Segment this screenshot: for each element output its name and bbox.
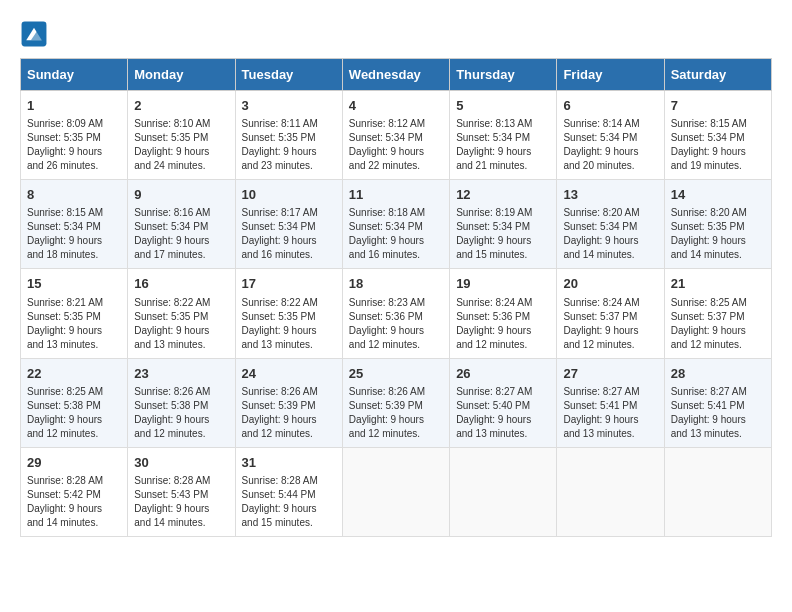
day-details: Sunrise: 8:22 AMSunset: 5:35 PMDaylight:…: [134, 296, 228, 352]
calendar-day-cell: [557, 447, 664, 536]
calendar-day-cell: 5 Sunrise: 8:13 AMSunset: 5:34 PMDayligh…: [450, 91, 557, 180]
day-details: Sunrise: 8:28 AMSunset: 5:44 PMDaylight:…: [242, 474, 336, 530]
calendar-day-cell: 31 Sunrise: 8:28 AMSunset: 5:44 PMDaylig…: [235, 447, 342, 536]
day-details: Sunrise: 8:28 AMSunset: 5:43 PMDaylight:…: [134, 474, 228, 530]
calendar-day-cell: 26 Sunrise: 8:27 AMSunset: 5:40 PMDaylig…: [450, 358, 557, 447]
day-details: Sunrise: 8:27 AMSunset: 5:40 PMDaylight:…: [456, 385, 550, 441]
logo: [20, 20, 52, 48]
day-number: 19: [456, 275, 550, 293]
logo-icon: [20, 20, 48, 48]
day-details: Sunrise: 8:26 AMSunset: 5:38 PMDaylight:…: [134, 385, 228, 441]
day-details: Sunrise: 8:28 AMSunset: 5:42 PMDaylight:…: [27, 474, 121, 530]
day-number: 24: [242, 365, 336, 383]
day-number: 22: [27, 365, 121, 383]
day-details: Sunrise: 8:19 AMSunset: 5:34 PMDaylight:…: [456, 206, 550, 262]
calendar-table: SundayMondayTuesdayWednesdayThursdayFrid…: [20, 58, 772, 537]
day-details: Sunrise: 8:25 AMSunset: 5:37 PMDaylight:…: [671, 296, 765, 352]
calendar-day-cell: 23 Sunrise: 8:26 AMSunset: 5:38 PMDaylig…: [128, 358, 235, 447]
day-number: 29: [27, 454, 121, 472]
day-number: 30: [134, 454, 228, 472]
calendar-day-cell: 25 Sunrise: 8:26 AMSunset: 5:39 PMDaylig…: [342, 358, 449, 447]
calendar-day-cell: 30 Sunrise: 8:28 AMSunset: 5:43 PMDaylig…: [128, 447, 235, 536]
calendar-day-cell: 11 Sunrise: 8:18 AMSunset: 5:34 PMDaylig…: [342, 180, 449, 269]
day-number: 27: [563, 365, 657, 383]
day-number: 26: [456, 365, 550, 383]
day-number: 11: [349, 186, 443, 204]
day-number: 12: [456, 186, 550, 204]
calendar-week-row: 22 Sunrise: 8:25 AMSunset: 5:38 PMDaylig…: [21, 358, 772, 447]
calendar-week-row: 15 Sunrise: 8:21 AMSunset: 5:35 PMDaylig…: [21, 269, 772, 358]
day-details: Sunrise: 8:22 AMSunset: 5:35 PMDaylight:…: [242, 296, 336, 352]
calendar-day-cell: 18 Sunrise: 8:23 AMSunset: 5:36 PMDaylig…: [342, 269, 449, 358]
day-details: Sunrise: 8:12 AMSunset: 5:34 PMDaylight:…: [349, 117, 443, 173]
calendar-day-cell: 2 Sunrise: 8:10 AMSunset: 5:35 PMDayligh…: [128, 91, 235, 180]
calendar-day-cell: 28 Sunrise: 8:27 AMSunset: 5:41 PMDaylig…: [664, 358, 771, 447]
calendar-week-row: 8 Sunrise: 8:15 AMSunset: 5:34 PMDayligh…: [21, 180, 772, 269]
day-details: Sunrise: 8:10 AMSunset: 5:35 PMDaylight:…: [134, 117, 228, 173]
day-details: Sunrise: 8:13 AMSunset: 5:34 PMDaylight:…: [456, 117, 550, 173]
day-details: Sunrise: 8:20 AMSunset: 5:34 PMDaylight:…: [563, 206, 657, 262]
day-details: Sunrise: 8:27 AMSunset: 5:41 PMDaylight:…: [671, 385, 765, 441]
day-number: 21: [671, 275, 765, 293]
calendar-day-cell: 20 Sunrise: 8:24 AMSunset: 5:37 PMDaylig…: [557, 269, 664, 358]
calendar-day-cell: 8 Sunrise: 8:15 AMSunset: 5:34 PMDayligh…: [21, 180, 128, 269]
day-number: 7: [671, 97, 765, 115]
day-number: 10: [242, 186, 336, 204]
calendar-day-cell: [664, 447, 771, 536]
calendar-day-cell: [342, 447, 449, 536]
calendar-day-cell: 7 Sunrise: 8:15 AMSunset: 5:34 PMDayligh…: [664, 91, 771, 180]
day-details: Sunrise: 8:18 AMSunset: 5:34 PMDaylight:…: [349, 206, 443, 262]
day-details: Sunrise: 8:23 AMSunset: 5:36 PMDaylight:…: [349, 296, 443, 352]
day-of-week-header: Monday: [128, 59, 235, 91]
calendar-day-cell: 4 Sunrise: 8:12 AMSunset: 5:34 PMDayligh…: [342, 91, 449, 180]
day-details: Sunrise: 8:27 AMSunset: 5:41 PMDaylight:…: [563, 385, 657, 441]
calendar-body: 1 Sunrise: 8:09 AMSunset: 5:35 PMDayligh…: [21, 91, 772, 537]
day-details: Sunrise: 8:15 AMSunset: 5:34 PMDaylight:…: [671, 117, 765, 173]
day-details: Sunrise: 8:11 AMSunset: 5:35 PMDaylight:…: [242, 117, 336, 173]
day-number: 1: [27, 97, 121, 115]
day-number: 6: [563, 97, 657, 115]
day-details: Sunrise: 8:15 AMSunset: 5:34 PMDaylight:…: [27, 206, 121, 262]
calendar-day-cell: 6 Sunrise: 8:14 AMSunset: 5:34 PMDayligh…: [557, 91, 664, 180]
calendar-day-cell: 15 Sunrise: 8:21 AMSunset: 5:35 PMDaylig…: [21, 269, 128, 358]
calendar-day-cell: 10 Sunrise: 8:17 AMSunset: 5:34 PMDaylig…: [235, 180, 342, 269]
day-number: 18: [349, 275, 443, 293]
day-details: Sunrise: 8:09 AMSunset: 5:35 PMDaylight:…: [27, 117, 121, 173]
day-number: 8: [27, 186, 121, 204]
day-details: Sunrise: 8:24 AMSunset: 5:36 PMDaylight:…: [456, 296, 550, 352]
day-of-week-header: Tuesday: [235, 59, 342, 91]
day-number: 31: [242, 454, 336, 472]
day-details: Sunrise: 8:25 AMSunset: 5:38 PMDaylight:…: [27, 385, 121, 441]
day-number: 17: [242, 275, 336, 293]
calendar-day-cell: 1 Sunrise: 8:09 AMSunset: 5:35 PMDayligh…: [21, 91, 128, 180]
day-of-week-header: Saturday: [664, 59, 771, 91]
day-number: 5: [456, 97, 550, 115]
day-of-week-header: Thursday: [450, 59, 557, 91]
calendar-day-cell: 24 Sunrise: 8:26 AMSunset: 5:39 PMDaylig…: [235, 358, 342, 447]
day-details: Sunrise: 8:14 AMSunset: 5:34 PMDaylight:…: [563, 117, 657, 173]
day-details: Sunrise: 8:20 AMSunset: 5:35 PMDaylight:…: [671, 206, 765, 262]
day-details: Sunrise: 8:26 AMSunset: 5:39 PMDaylight:…: [242, 385, 336, 441]
day-number: 15: [27, 275, 121, 293]
day-details: Sunrise: 8:26 AMSunset: 5:39 PMDaylight:…: [349, 385, 443, 441]
day-number: 3: [242, 97, 336, 115]
day-of-week-header: Friday: [557, 59, 664, 91]
day-number: 23: [134, 365, 228, 383]
calendar-day-cell: 3 Sunrise: 8:11 AMSunset: 5:35 PMDayligh…: [235, 91, 342, 180]
day-number: 13: [563, 186, 657, 204]
calendar-day-cell: 22 Sunrise: 8:25 AMSunset: 5:38 PMDaylig…: [21, 358, 128, 447]
calendar-day-cell: 19 Sunrise: 8:24 AMSunset: 5:36 PMDaylig…: [450, 269, 557, 358]
calendar-day-cell: 12 Sunrise: 8:19 AMSunset: 5:34 PMDaylig…: [450, 180, 557, 269]
calendar-week-row: 29 Sunrise: 8:28 AMSunset: 5:42 PMDaylig…: [21, 447, 772, 536]
calendar-day-cell: 14 Sunrise: 8:20 AMSunset: 5:35 PMDaylig…: [664, 180, 771, 269]
day-number: 25: [349, 365, 443, 383]
day-number: 2: [134, 97, 228, 115]
day-details: Sunrise: 8:24 AMSunset: 5:37 PMDaylight:…: [563, 296, 657, 352]
calendar-day-cell: [450, 447, 557, 536]
page-header: [20, 20, 772, 48]
day-of-week-header: Wednesday: [342, 59, 449, 91]
day-details: Sunrise: 8:17 AMSunset: 5:34 PMDaylight:…: [242, 206, 336, 262]
calendar-day-cell: 13 Sunrise: 8:20 AMSunset: 5:34 PMDaylig…: [557, 180, 664, 269]
day-details: Sunrise: 8:16 AMSunset: 5:34 PMDaylight:…: [134, 206, 228, 262]
day-number: 16: [134, 275, 228, 293]
